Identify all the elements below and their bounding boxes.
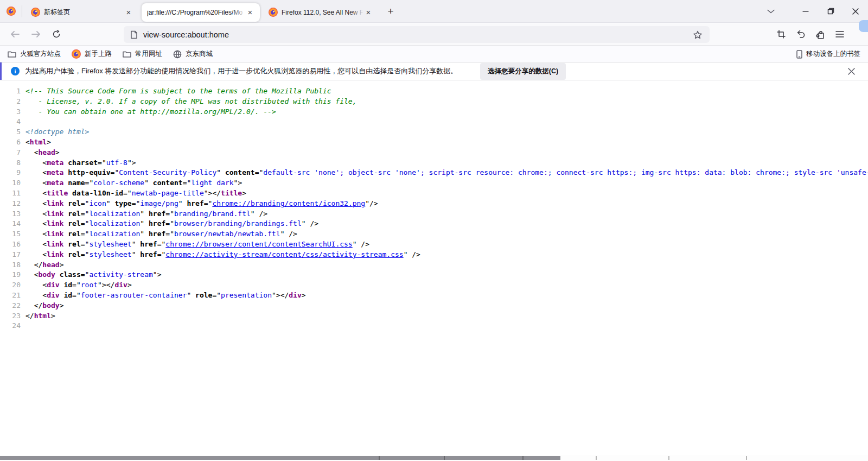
maximize-button[interactable] xyxy=(818,0,843,22)
scrollbar-tick xyxy=(444,456,445,460)
source-code: 1<!-- This Source Code Form is subject t… xyxy=(0,86,868,331)
line-content: <link rel="localization" href="branding/… xyxy=(25,209,267,219)
scrollbar-tick xyxy=(668,456,669,460)
forward-icon[interactable] xyxy=(27,26,44,43)
line-content: </html> xyxy=(25,311,55,321)
line-number: 10 xyxy=(0,178,25,188)
bookmark-folder-firefox-official[interactable]: 火狐官方站点 xyxy=(8,49,61,59)
tab-divider xyxy=(22,5,22,17)
tab-new-tab[interactable]: 新标签页 × xyxy=(25,3,138,22)
horizontal-scrollbar[interactable] xyxy=(0,455,868,461)
line-number: 13 xyxy=(0,209,25,219)
source-line: 1<!-- This Source Code Form is subject t… xyxy=(0,86,868,97)
source-line: 2 - License, v. 2.0. If a copy of the MP… xyxy=(0,97,868,107)
choose-shared-data-button[interactable]: 选择您要分享的数据(C) xyxy=(480,63,566,80)
source-line: 8 <meta charset="utf-8"> xyxy=(0,158,868,168)
notification-close-icon[interactable] xyxy=(844,64,858,78)
folder-icon xyxy=(123,50,131,58)
tab-title-fade xyxy=(232,3,246,22)
tab-close-icon[interactable]: × xyxy=(245,7,256,18)
line-content: <meta http-equiv="Content-Security-Polic… xyxy=(25,168,868,178)
line-number: 9 xyxy=(0,168,25,178)
line-content: <link rel="icon" type="image/png" href="… xyxy=(25,199,378,209)
source-line: 3 - You can obtain one at http://mozilla… xyxy=(0,107,868,117)
tab-close-icon[interactable]: × xyxy=(363,7,374,18)
source-line: 6<html> xyxy=(0,137,868,148)
tab-view-source-active[interactable]: jar:file:///C:/Program%20Files/Mo × xyxy=(142,3,260,22)
line-number: 15 xyxy=(0,229,25,239)
bookmark-jd-mall[interactable]: 京东商城 xyxy=(173,49,213,59)
source-link[interactable]: chrome://browser/content/contentSearchUI… xyxy=(165,240,352,248)
line-number: 7 xyxy=(0,148,25,158)
source-line: 22 </body> xyxy=(0,301,868,311)
line-number: 8 xyxy=(0,158,25,168)
scrollbar-tick xyxy=(596,456,597,460)
bookmark-folder-common-sites[interactable]: 常用网址 xyxy=(123,49,162,59)
line-content: <link rel="localization" href="browser/b… xyxy=(25,219,318,229)
line-number: 22 xyxy=(0,301,25,311)
line-number: 2 xyxy=(0,97,25,107)
close-window-button[interactable] xyxy=(843,0,868,22)
back-icon[interactable] xyxy=(7,26,24,43)
bookmark-label: 火狐官方站点 xyxy=(20,49,61,59)
line-number: 20 xyxy=(0,280,25,291)
tab-firefox-features[interactable]: Firefox 112.0, See All New Fea × xyxy=(263,3,378,22)
line-content: <html> xyxy=(25,137,51,148)
tab-title-fade xyxy=(350,3,364,22)
source-line: 15 <link rel="localization" href="browse… xyxy=(0,229,868,239)
tab-close-icon[interactable]: × xyxy=(123,7,134,18)
pinned-tab-firefox[interactable] xyxy=(0,0,22,23)
source-link[interactable]: chrome://branding/content/icon32.png xyxy=(212,199,365,207)
line-content: <meta charset="utf-8"> xyxy=(25,158,136,168)
source-line: 24 xyxy=(0,321,868,331)
new-tab-button[interactable]: + xyxy=(382,3,399,20)
line-number: 17 xyxy=(0,250,25,260)
extensions-icon[interactable] xyxy=(812,26,829,43)
bookmarks-toolbar: 火狐官方站点 新手上路 常用网址 京东商城 移动设备上的书签 xyxy=(0,46,868,62)
line-content: </head> xyxy=(25,260,63,270)
source-line: 7 <head> xyxy=(0,148,868,158)
line-number: 5 xyxy=(0,127,25,137)
bookmark-label: 新手上路 xyxy=(85,49,112,59)
scrollbar-tick xyxy=(522,456,524,460)
tab-title: 新标签页 xyxy=(44,8,123,17)
source-line: 23</html> xyxy=(0,311,868,321)
line-content: <meta name="color-scheme" content="light… xyxy=(25,178,242,188)
line-number: 21 xyxy=(0,291,25,301)
bookmark-getting-started[interactable]: 新手上路 xyxy=(72,49,112,59)
minimize-button[interactable] xyxy=(793,0,818,22)
line-content: <body class="activity-stream"> xyxy=(25,270,161,280)
scrollbar-tick xyxy=(746,456,747,460)
url-text: view-source:about:home xyxy=(143,30,690,39)
firefox-logo-icon xyxy=(72,49,81,59)
line-content: - You can obtain one at http://mozilla.o… xyxy=(25,107,276,117)
url-bar[interactable]: view-source:about:home xyxy=(124,26,710,43)
line-content: <link rel="stylesheet" href="chrome://br… xyxy=(25,239,369,250)
source-line: 5<!doctype html> xyxy=(0,127,868,137)
line-content: <!doctype html> xyxy=(25,127,89,137)
source-link[interactable]: chrome://activity-stream/content/css/act… xyxy=(165,250,403,258)
source-line: 13 <link rel="localization" href="brandi… xyxy=(0,209,868,219)
globe-icon xyxy=(173,50,182,59)
screenshot-icon[interactable] xyxy=(773,26,790,43)
source-view: 1<!-- This Source Code Form is subject t… xyxy=(0,81,868,461)
source-line: 21 <div id="footer-asrouter-container" r… xyxy=(0,291,868,301)
firefox-favicon-icon xyxy=(31,8,40,17)
folder-icon xyxy=(8,50,16,58)
line-content: <link rel="localization" href="browser/n… xyxy=(25,229,297,239)
source-line: 20 <div id="root"></div> xyxy=(0,280,868,291)
tab-strip: 新标签页 × jar:file:///C:/Program%20Files/Mo… xyxy=(0,0,868,23)
line-number: 23 xyxy=(0,311,25,321)
bookmark-mobile-devices[interactable]: 移动设备上的书签 xyxy=(796,49,860,59)
bookmark-label: 常用网址 xyxy=(135,49,162,59)
star-icon[interactable] xyxy=(690,27,705,42)
undo-icon[interactable] xyxy=(792,26,809,43)
reload-icon[interactable] xyxy=(48,26,65,43)
scrollbar-tick xyxy=(379,456,380,460)
line-number: 6 xyxy=(0,137,25,148)
scrollbar-thumb[interactable] xyxy=(0,456,560,460)
list-all-tabs-icon[interactable] xyxy=(763,3,779,20)
menu-icon[interactable] xyxy=(831,26,848,43)
source-line: 18 </head> xyxy=(0,260,868,270)
line-content: <!-- This Source Code Form is subject to… xyxy=(25,86,331,97)
